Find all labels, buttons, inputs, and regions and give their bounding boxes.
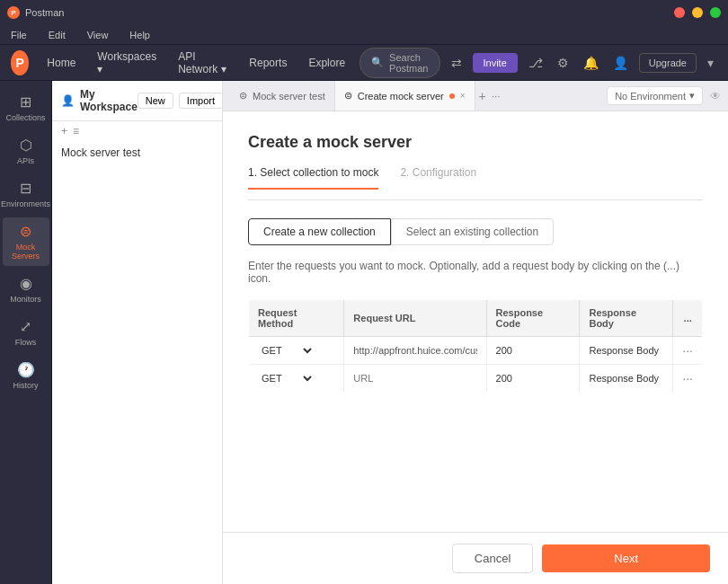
step-2[interactable]: 2. Configuration	[400, 166, 476, 189]
sidebar-label-collections: Collections	[5, 113, 45, 122]
dropdown-icon[interactable]: ▾	[704, 52, 717, 74]
notification-icon[interactable]: 🔔	[580, 52, 602, 74]
menu-edit[interactable]: Edit	[45, 28, 69, 42]
minimize-button[interactable]	[692, 7, 703, 18]
new-button[interactable]: New	[138, 93, 173, 109]
left-panel-actions: New Import	[138, 93, 223, 109]
left-panel-header: 👤 My Workspace New Import	[52, 81, 222, 121]
col-response-body: Response Body	[580, 300, 673, 337]
nav-home[interactable]: Home	[40, 53, 83, 73]
body-cell-1[interactable]: Response Body	[580, 337, 673, 365]
eye-icon[interactable]: 👁	[710, 90, 721, 102]
nav-explore[interactable]: Explore	[301, 53, 352, 73]
sidebar-item-monitors[interactable]: ◉ Monitors	[3, 270, 49, 309]
close-button[interactable]	[674, 7, 685, 18]
maximize-button[interactable]	[710, 7, 721, 18]
url-cell-2[interactable]	[344, 365, 486, 393]
import-button[interactable]: Import	[179, 93, 223, 109]
env-label: No Environment	[615, 91, 686, 102]
sidebar-label-environments: Environments	[1, 199, 50, 208]
environments-icon: ⊟	[20, 180, 31, 197]
code-input-2[interactable]	[496, 373, 550, 384]
tab-select-existing-collection[interactable]: Select an existing collection	[391, 218, 554, 245]
sync-icon[interactable]: ⇄	[448, 52, 466, 74]
footer: Cancel Next	[223, 532, 728, 584]
cancel-button[interactable]: Cancel	[452, 544, 533, 573]
url-input-2[interactable]	[353, 373, 476, 384]
left-panel: 👤 My Workspace New Import + ≡ Mock serve…	[52, 81, 223, 584]
tab-server-icon: ⊜	[344, 90, 352, 102]
env-dropdown-icon: ▾	[689, 90, 695, 102]
nav-reports[interactable]: Reports	[242, 53, 294, 73]
url-cell-1[interactable]	[344, 337, 486, 365]
menu-bar: File Edit View Help	[0, 25, 728, 45]
more-cell-2[interactable]: ···	[673, 365, 703, 393]
tab-create-mock-server[interactable]: ⊜ Create mock server ×	[335, 81, 475, 111]
more-button-1[interactable]: ···	[682, 343, 693, 358]
settings-icon[interactable]: ⚙	[554, 52, 573, 74]
code-cell-1[interactable]	[486, 337, 580, 365]
tab-close-button[interactable]: ×	[460, 91, 466, 101]
method-select-2[interactable]: GET POST PUT DELETE	[258, 372, 315, 385]
table-row: GET POST PUT DELETE	[249, 365, 703, 393]
filter-icon[interactable]: ≡	[73, 125, 79, 137]
sidebar: ⊞ Collections ⬡ APIs ⊟ Environments ⊜ Mo…	[0, 81, 52, 584]
code-input-1[interactable]	[496, 345, 550, 356]
content-area: ⊜ Mock server test ⊜ Create mock server …	[223, 81, 728, 584]
tab-create-new-collection[interactable]: Create a new collection	[248, 218, 391, 245]
sidebar-item-history[interactable]: 🕐 History	[3, 356, 49, 395]
user-icon-small: 👤	[61, 94, 75, 107]
method-cell-1[interactable]: GET POST PUT DELETE	[249, 337, 344, 365]
upgrade-button[interactable]: Upgrade	[639, 53, 697, 73]
menu-file[interactable]: File	[7, 28, 31, 42]
next-button[interactable]: Next	[542, 544, 710, 572]
collection-tabs: Create a new collection Select an existi…	[248, 218, 703, 245]
step-1[interactable]: 1. Select collection to mock	[248, 166, 378, 190]
apis-icon: ⬡	[20, 137, 32, 154]
more-tabs-icon[interactable]: ···	[492, 90, 501, 102]
sidebar-label-history: History	[13, 381, 38, 390]
add-tab-icon[interactable]: +	[479, 89, 486, 103]
sidebar-label-monitors: Monitors	[10, 295, 41, 304]
col-response-code: Response Code	[486, 300, 580, 337]
left-panel-tools: + ≡	[52, 121, 222, 141]
menu-help[interactable]: Help	[126, 28, 154, 42]
collections-icon: ⊞	[20, 93, 31, 111]
user-icon[interactable]: 👤	[609, 52, 632, 74]
body-cell-2[interactable]: Response Body	[580, 365, 673, 393]
requests-table: Request Method Request URL Response Code…	[248, 299, 703, 393]
more-button-2[interactable]: ···	[682, 371, 693, 385]
invite-button[interactable]: Invite	[473, 53, 518, 73]
menu-view[interactable]: View	[84, 28, 112, 42]
more-cell-1[interactable]: ···	[673, 337, 703, 365]
sidebar-item-apis[interactable]: ⬡ APIs	[3, 131, 49, 171]
add-icon[interactable]: +	[61, 125, 67, 137]
workspace-name: My Workspace	[80, 88, 138, 113]
tab-mock-server-test[interactable]: ⊜ Mock server test	[230, 81, 335, 111]
mock-panel-title: Create a mock server	[248, 133, 703, 152]
col-request-method: Request Method	[249, 300, 344, 337]
sidebar-label-apis: APIs	[17, 156, 34, 165]
code-cell-2[interactable]	[486, 365, 580, 393]
window-controls[interactable]	[674, 7, 721, 18]
nav-api-network[interactable]: API Network ▾	[171, 47, 235, 79]
mock-server-list-item[interactable]: Mock server test	[52, 141, 222, 164]
top-nav: P Home Workspaces ▾ API Network ▾ Report…	[0, 45, 728, 81]
nav-right: ⇄ Invite ⎇ ⚙ 🔔 👤 Upgrade ▾	[448, 52, 718, 74]
search-icon: 🔍	[371, 57, 384, 68]
search-bar[interactable]: 🔍 Search Postman	[360, 48, 439, 78]
server-icon: ⊜	[239, 90, 247, 102]
sidebar-label-flows: Flows	[15, 338, 37, 347]
environment-select[interactable]: No Environment ▾	[607, 86, 703, 105]
sidebar-item-environments[interactable]: ⊟ Environments	[3, 174, 49, 214]
sidebar-item-flows[interactable]: ⤢ Flows	[3, 313, 49, 352]
sidebar-item-mock-servers[interactable]: ⊜ Mock Servers	[3, 217, 49, 266]
tab-actions: + ···	[479, 89, 501, 103]
method-select-1[interactable]: GET POST PUT DELETE	[258, 344, 315, 357]
url-input-1[interactable]	[353, 345, 476, 356]
nav-workspaces[interactable]: Workspaces ▾	[90, 47, 164, 79]
method-cell-2[interactable]: GET POST PUT DELETE	[249, 365, 344, 393]
git-icon[interactable]: ⎇	[525, 52, 546, 74]
sidebar-item-collections[interactable]: ⊞ Collections	[3, 88, 49, 128]
app-logo: P	[7, 6, 20, 19]
